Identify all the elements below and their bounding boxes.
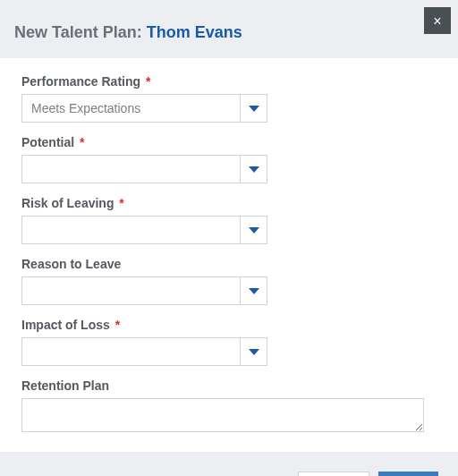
select-risk-of-leaving[interactable] — [21, 216, 267, 244]
field-potential: Potential * — [21, 135, 437, 183]
field-performance-rating: Performance Rating * Meets Expectations — [21, 74, 437, 123]
required-icon: * — [80, 135, 84, 149]
select-potential[interactable] — [21, 155, 267, 183]
required-icon: * — [119, 196, 123, 210]
modal-title-prefix: New Talent Plan: — [14, 23, 147, 41]
field-reason-to-leave: Reason to Leave — [21, 257, 437, 305]
label-impact-of-loss: Impact of Loss * — [21, 318, 437, 332]
save-button[interactable]: Save — [378, 472, 438, 476]
select-reason-to-leave[interactable] — [21, 276, 267, 305]
chevron-down-icon — [240, 277, 267, 304]
modal-footer: Cancel Save — [0, 452, 458, 476]
label-potential: Potential * — [21, 135, 437, 149]
field-risk-of-leaving: Risk of Leaving * — [21, 196, 437, 244]
required-icon: * — [146, 74, 150, 89]
label-reason-to-leave: Reason to Leave — [21, 257, 437, 271]
chevron-down-icon — [240, 156, 267, 183]
modal-body: Performance Rating * Meets Expectations … — [0, 58, 458, 452]
close-icon: × — [433, 13, 441, 29]
select-value: Meets Expectations — [22, 95, 240, 122]
required-icon: * — [115, 318, 120, 332]
field-impact-of-loss: Impact of Loss * — [21, 318, 437, 366]
label-performance-rating: Performance Rating * — [21, 74, 437, 89]
select-value — [22, 156, 240, 183]
select-impact-of-loss[interactable] — [21, 337, 267, 366]
select-performance-rating[interactable]: Meets Expectations — [21, 94, 267, 123]
label-retention-plan: Retention Plan — [21, 378, 437, 393]
label-risk-of-leaving: Risk of Leaving * — [21, 196, 437, 210]
select-value — [22, 338, 240, 365]
select-value — [22, 277, 240, 304]
employee-name: Thom Evans — [147, 23, 242, 41]
chevron-down-icon — [240, 95, 267, 122]
cancel-button[interactable]: Cancel — [298, 472, 369, 476]
talent-plan-modal: New Talent Plan: Thom Evans × Performanc… — [0, 0, 458, 476]
close-button[interactable]: × — [424, 7, 451, 34]
select-value — [22, 217, 240, 243]
field-retention-plan: Retention Plan — [21, 378, 437, 436]
chevron-down-icon — [240, 338, 267, 365]
chevron-down-icon — [240, 217, 267, 243]
textarea-retention-plan[interactable] — [21, 398, 424, 432]
modal-header: New Talent Plan: Thom Evans × — [0, 0, 458, 58]
